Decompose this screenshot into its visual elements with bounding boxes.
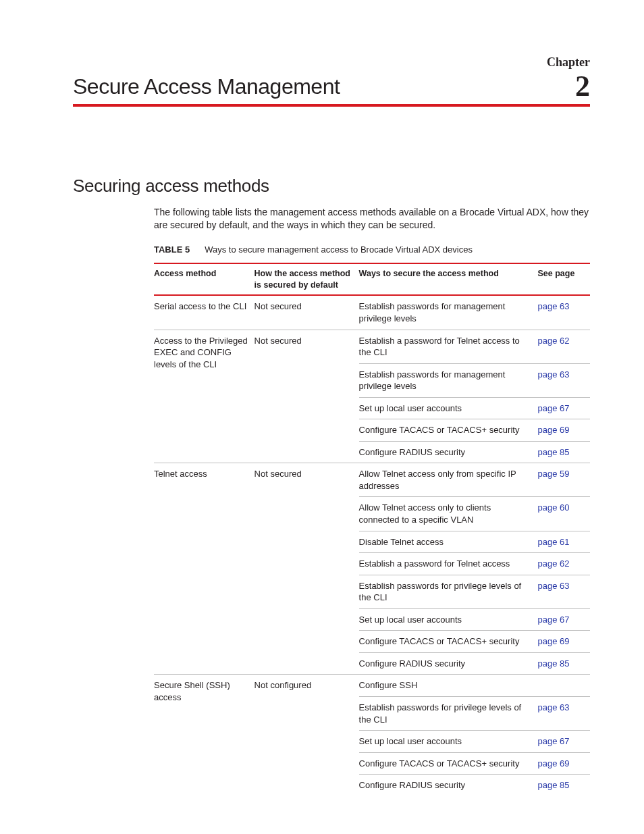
cell-way: Establish passwords for privilege levels… xyxy=(359,575,538,608)
col-header-access-method: Access method xyxy=(154,263,254,296)
chapter-number: 2 xyxy=(575,72,590,101)
page-link[interactable]: page 62 xyxy=(537,558,569,569)
page-link[interactable]: page 61 xyxy=(537,537,569,547)
page-link[interactable]: page 63 xyxy=(537,702,569,712)
page-link[interactable]: page 63 xyxy=(537,581,569,591)
page: Chapter Secure Access Management 2 Secur… xyxy=(0,0,644,834)
chapter-title: Secure Access Management xyxy=(73,72,340,101)
section-intro: The following table lists the management… xyxy=(154,206,590,232)
cell-way: Configure RADIUS security xyxy=(359,652,538,675)
page-link[interactable]: page 85 xyxy=(537,780,569,790)
page-link[interactable]: page 67 xyxy=(537,403,569,413)
cell-page: page 69 xyxy=(537,631,590,653)
cell-way: Set up local user accounts xyxy=(359,731,538,753)
cell-way: Configure TACACS or TACACS+ security xyxy=(359,752,538,775)
cell-page: page 67 xyxy=(537,608,590,631)
cell-way: Configure SSH xyxy=(359,675,538,697)
cell-page: page 85 xyxy=(537,652,590,675)
cell-page: page 85 xyxy=(537,441,590,463)
page-link[interactable]: page 67 xyxy=(537,615,569,625)
section-title: Securing access methods xyxy=(73,174,590,198)
page-link[interactable]: page 59 xyxy=(537,469,569,479)
cell-way: Configure RADIUS security xyxy=(359,441,538,463)
table-number: TABLE 5 xyxy=(154,244,190,256)
page-link[interactable]: page 62 xyxy=(537,336,569,346)
cell-page: page 69 xyxy=(537,419,590,442)
cell-way: Allow Telnet access only to clients conn… xyxy=(359,497,538,531)
page-link[interactable]: page 85 xyxy=(537,658,569,669)
cell-access-method: Serial access to the CLI xyxy=(154,295,254,330)
cell-page: page 59 xyxy=(537,463,590,497)
page-link[interactable]: page 69 xyxy=(537,636,569,646)
page-link[interactable]: page 69 xyxy=(537,758,569,768)
cell-default: Not configured xyxy=(254,675,359,796)
page-link[interactable]: page 85 xyxy=(537,447,569,457)
cell-way: Set up local user accounts xyxy=(359,608,538,631)
cell-page: page 61 xyxy=(537,531,590,553)
cell-way: Configure TACACS or TACACS+ security xyxy=(359,631,538,653)
table-row: Access to the Privileged EXEC and CONFIG… xyxy=(154,330,590,363)
cell-page: page 63 xyxy=(537,696,590,730)
col-header-ways: Ways to secure the access method xyxy=(359,263,538,296)
cell-way: Establish passwords for management privi… xyxy=(359,363,538,397)
col-header-see-page: See page xyxy=(537,263,590,296)
col-header-default: How the access method is secured by defa… xyxy=(254,263,359,296)
cell-way: Establish passwords for privilege levels… xyxy=(359,696,538,730)
cell-page: page 85 xyxy=(537,775,590,796)
table-row: Serial access to the CLINot securedEstab… xyxy=(154,295,590,330)
cell-page: page 62 xyxy=(537,553,590,575)
cell-page xyxy=(537,675,590,697)
chapter-header: Secure Access Management 2 xyxy=(73,72,590,107)
cell-page: page 69 xyxy=(537,752,590,775)
page-link[interactable]: page 63 xyxy=(537,369,569,380)
page-link[interactable]: page 69 xyxy=(537,425,569,435)
cell-page: page 63 xyxy=(537,575,590,608)
cell-page: page 67 xyxy=(537,731,590,753)
cell-access-method: Access to the Privileged EXEC and CONFIG… xyxy=(154,330,254,463)
cell-way: Disable Telnet access xyxy=(359,531,538,553)
cell-way: Configure RADIUS security xyxy=(359,775,538,796)
page-link[interactable]: page 63 xyxy=(537,301,569,311)
table-container: TABLE 5 Ways to secure management access… xyxy=(154,244,590,796)
cell-way: Establish a password for Telnet access xyxy=(359,553,538,575)
cell-way: Configure TACACS or TACACS+ security xyxy=(359,419,538,442)
table-caption: Ways to secure management access to Broc… xyxy=(205,244,473,256)
table-row: Telnet accessNot securedAllow Telnet acc… xyxy=(154,463,590,497)
table-title: TABLE 5 Ways to secure management access… xyxy=(154,244,590,259)
cell-way: Establish a password for Telnet access t… xyxy=(359,330,538,363)
cell-access-method: Telnet access xyxy=(154,463,254,675)
page-link[interactable]: page 60 xyxy=(537,502,569,513)
cell-page: page 63 xyxy=(537,363,590,397)
cell-page: page 67 xyxy=(537,397,590,419)
cell-page: page 63 xyxy=(537,295,590,330)
chapter-label: Chapter xyxy=(73,54,590,70)
page-link[interactable]: page 67 xyxy=(537,736,569,746)
access-methods-table: Access method How the access method is s… xyxy=(154,263,590,796)
cell-way: Establish passwords for management privi… xyxy=(359,295,538,330)
cell-way: Set up local user accounts xyxy=(359,397,538,419)
cell-default: Not secured xyxy=(254,330,359,463)
table-row: Secure Shell (SSH) accessNot configuredC… xyxy=(154,675,590,697)
cell-page: page 60 xyxy=(537,497,590,531)
cell-default: Not secured xyxy=(254,463,359,675)
cell-default: Not secured xyxy=(254,295,359,330)
cell-page: page 62 xyxy=(537,330,590,363)
cell-way: Allow Telnet access only from specific I… xyxy=(359,463,538,497)
table-header-row: Access method How the access method is s… xyxy=(154,263,590,296)
cell-access-method: Secure Shell (SSH) access xyxy=(154,675,254,796)
